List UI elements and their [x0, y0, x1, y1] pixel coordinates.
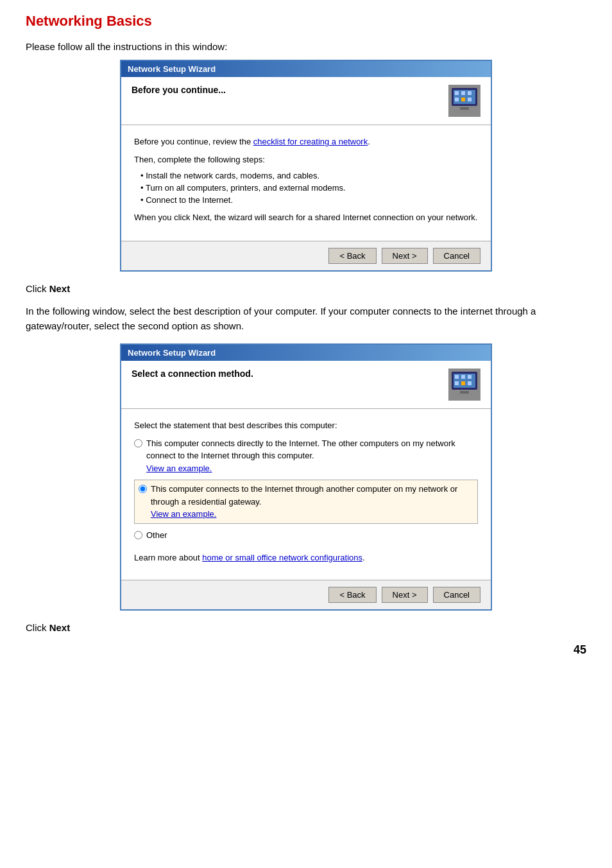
wizard-titlebar-2: Network Setup Wizard	[121, 345, 491, 361]
wizard-header-title-1: Before you continue...	[132, 85, 226, 95]
wizard-body-line1: Before you continue, review the checklis…	[134, 135, 478, 148]
radio-option-3-content: Other	[146, 529, 167, 542]
wizard-titlebar-1: Network Setup Wizard	[121, 61, 491, 77]
radio-option-2-content: This computer connects to the Internet t…	[151, 483, 473, 521]
svg-rect-14	[455, 375, 459, 379]
svg-rect-4	[461, 91, 465, 95]
svg-rect-17	[455, 381, 459, 385]
svg-rect-20	[460, 391, 469, 394]
intro-text: Please follow all the instructions in th…	[26, 41, 586, 52]
radio-option-3: Other	[134, 529, 478, 542]
svg-rect-9	[460, 107, 469, 110]
svg-rect-8	[468, 98, 472, 101]
svg-rect-15	[461, 375, 465, 379]
wizard-footer-2: < Back Next > Cancel	[121, 580, 491, 609]
wizard1-cancel-button[interactable]: Cancel	[433, 248, 480, 264]
click-next-2: Click Next	[26, 622, 586, 633]
wizard-steps-list: Install the network cards, modems, and c…	[140, 171, 478, 205]
wizard-body-line2: Then, complete the following steps:	[134, 153, 478, 166]
svg-rect-18	[461, 381, 465, 385]
view-example-link-1[interactable]: View an example.	[146, 462, 478, 475]
radio-option-3-input[interactable]	[134, 531, 142, 539]
wizard-footer-1: < Back Next > Cancel	[121, 241, 491, 270]
radio-option-3-text: Other	[146, 529, 167, 542]
svg-rect-10	[455, 110, 474, 112]
wizard-step-2: Turn on all computers, printers, and ext…	[140, 183, 478, 193]
wizard-icon-2	[448, 369, 480, 401]
svg-rect-6	[455, 98, 459, 101]
svg-rect-16	[468, 375, 472, 379]
radio-option-2: This computer connects to the Internet t…	[134, 480, 478, 524]
svg-rect-7	[461, 98, 465, 101]
wizard-window-2: Network Setup Wizard Select a connection…	[120, 343, 492, 611]
wizard-window-1: Network Setup Wizard Before you continue…	[120, 60, 492, 272]
radio-option-2-text: This computer connects to the Internet t…	[151, 483, 473, 508]
wizard-step-3: Connect to the Internet.	[140, 195, 478, 205]
wizard2-back-button[interactable]: < Back	[328, 587, 376, 603]
wizard-title-label-1: Network Setup Wizard	[128, 64, 216, 74]
wizard2-cancel-button[interactable]: Cancel	[433, 587, 480, 603]
wizard-icon-1	[448, 85, 480, 117]
radio-option-1-input[interactable]	[134, 439, 142, 447]
wizard-select-intro: Select the statement that best describes…	[134, 419, 478, 432]
wizard-header-1: Before you continue...	[121, 77, 491, 125]
learn-more-text: Learn more about home or small office ne…	[134, 551, 478, 564]
svg-rect-5	[468, 91, 472, 95]
wizard-body-line3: When you click Next, the wizard will sea…	[134, 211, 478, 224]
checklist-link[interactable]: checklist for creating a network	[253, 137, 368, 146]
wizard1-next-button[interactable]: Next >	[382, 248, 428, 264]
svg-rect-3	[455, 91, 459, 95]
svg-rect-21	[455, 394, 474, 396]
page-number: 45	[26, 643, 586, 657]
middle-body-text: In the following window, select the best…	[26, 304, 586, 333]
view-example-link-2[interactable]: View an example.	[151, 508, 473, 521]
radio-option-2-input[interactable]	[139, 485, 147, 493]
radio-option-1-text: This computer connects directly to the I…	[146, 437, 478, 462]
wizard-body-1: Before you continue, review the checklis…	[121, 125, 491, 241]
wizard-body-2: Select the statement that best describes…	[121, 409, 491, 580]
home-office-link[interactable]: home or small office network configurati…	[202, 553, 362, 562]
svg-rect-19	[468, 381, 472, 385]
wizard-header-2: Select a connection method.	[121, 361, 491, 409]
radio-option-1: This computer connects directly to the I…	[134, 437, 478, 475]
page-title: Networking Basics	[26, 13, 586, 30]
wizard-header-title-2: Select a connection method.	[132, 369, 253, 379]
click-next-1: Click Click NextNext	[26, 283, 586, 294]
wizard-step-1: Install the network cards, modems, and c…	[140, 171, 478, 180]
wizard-title-label-2: Network Setup Wizard	[128, 348, 216, 358]
wizard1-back-button[interactable]: < Back	[328, 248, 376, 264]
radio-option-1-content: This computer connects directly to the I…	[146, 437, 478, 475]
wizard2-next-button[interactable]: Next >	[382, 587, 428, 603]
